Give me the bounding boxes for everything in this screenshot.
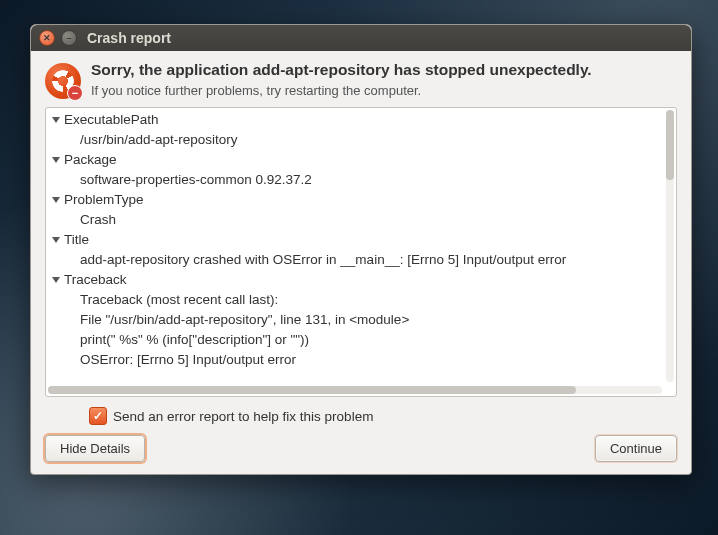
expander-icon[interactable] [52, 237, 60, 243]
tree-key[interactable]: Traceback [52, 270, 664, 290]
window-content: − Sorry, the application add-apt-reposit… [31, 51, 691, 474]
horizontal-scrollbar[interactable] [48, 386, 662, 394]
window-titlebar[interactable]: ✕ – Crash report [31, 25, 691, 51]
tree-value[interactable]: print(" %s" % (info["description"] or ""… [52, 330, 664, 350]
dialog-heading: Sorry, the application add-apt-repositor… [91, 61, 592, 79]
vertical-scrollbar[interactable] [666, 110, 674, 382]
tree-key[interactable]: Title [52, 230, 664, 250]
tree-key[interactable]: Package [52, 150, 664, 170]
expander-icon[interactable] [52, 117, 60, 123]
expander-icon[interactable] [52, 277, 60, 283]
dialog-buttons: Hide Details Continue [45, 435, 677, 462]
tree-value[interactable]: software-properties-common 0.92.37.2 [52, 170, 664, 190]
tree-key[interactable]: ProblemType [52, 190, 664, 210]
hide-details-button[interactable]: Hide Details [45, 435, 145, 462]
tree-key-label: Package [64, 150, 117, 170]
checkbox-checked-icon[interactable]: ✓ [89, 407, 107, 425]
tree-key-label: Title [64, 230, 89, 250]
desktop-background: ✕ – Crash report − Sorry, the applicatio… [0, 0, 718, 535]
expander-icon[interactable] [52, 197, 60, 203]
tree-value[interactable]: add-apt-repository crashed with OSError … [52, 250, 664, 270]
minimize-icon[interactable]: – [61, 30, 77, 46]
details-tree[interactable]: ExecutablePath/usr/bin/add-apt-repositor… [46, 108, 664, 384]
crash-report-window: ✕ – Crash report − Sorry, the applicatio… [30, 24, 692, 475]
error-badge-icon: − [67, 85, 83, 101]
dialog-subtext: If you notice further problems, try rest… [91, 83, 592, 98]
tree-key-label: ExecutablePath [64, 110, 159, 130]
tree-key[interactable]: ExecutablePath [52, 110, 664, 130]
send-report-label: Send an error report to help fix this pr… [113, 409, 373, 424]
window-title: Crash report [87, 30, 171, 46]
tree-value[interactable]: File "/usr/bin/add-apt-repository", line… [52, 310, 664, 330]
details-panel: ExecutablePath/usr/bin/add-apt-repositor… [45, 107, 677, 397]
send-report-checkbox-row[interactable]: ✓ Send an error report to help fix this … [89, 407, 677, 425]
vertical-scroll-thumb[interactable] [666, 110, 674, 180]
tree-value[interactable]: Traceback (most recent call last): [52, 290, 664, 310]
dialog-header: − Sorry, the application add-apt-reposit… [45, 61, 677, 99]
horizontal-scroll-thumb[interactable] [48, 386, 576, 394]
ubuntu-error-icon: − [45, 63, 81, 99]
tree-value[interactable]: Crash [52, 210, 664, 230]
continue-button[interactable]: Continue [595, 435, 677, 462]
expander-icon[interactable] [52, 157, 60, 163]
tree-key-label: ProblemType [64, 190, 144, 210]
tree-value[interactable]: /usr/bin/add-apt-repository [52, 130, 664, 150]
tree-key-label: Traceback [64, 270, 127, 290]
tree-value[interactable]: OSError: [Errno 5] Input/output error [52, 350, 664, 370]
close-icon[interactable]: ✕ [39, 30, 55, 46]
